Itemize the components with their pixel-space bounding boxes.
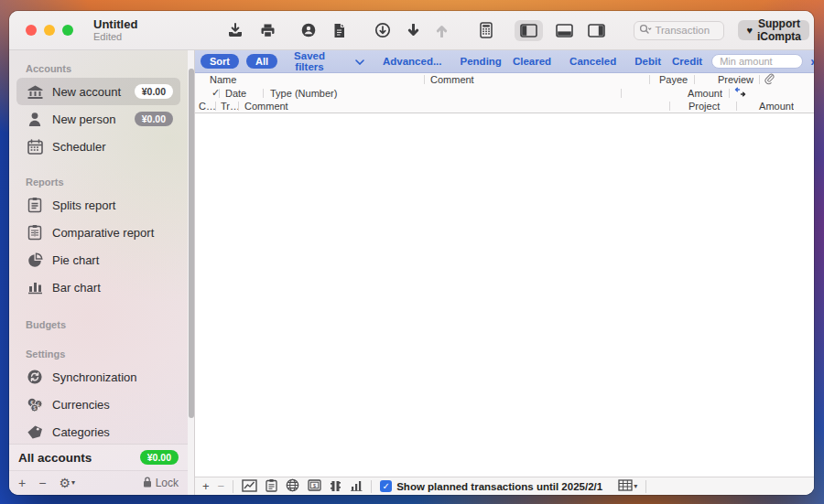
print-button[interactable] [258, 21, 277, 40]
sidebar-scrollbar[interactable] [188, 50, 195, 495]
graph-view-button[interactable] [242, 479, 257, 494]
filter-bar: Sort All Saved filters Advanced... Pendi… [195, 50, 814, 73]
column-header-amount2[interactable]: Amount [737, 101, 794, 112]
search-field[interactable] [634, 21, 724, 40]
add-account-button[interactable]: + [18, 477, 26, 489]
person-icon [26, 112, 44, 127]
zoom-window-button[interactable] [62, 25, 73, 36]
all-accounts-row[interactable]: All accounts ¥0.00 [9, 444, 188, 470]
sidebar-item-comparative-report[interactable]: Comparative report [16, 219, 180, 246]
min-amount-input[interactable] [711, 54, 803, 69]
window-title: Untitled [93, 18, 137, 31]
column-header-payee[interactable]: Payee [650, 74, 694, 85]
pending-filter-button[interactable]: Pending [459, 56, 504, 67]
saved-filters-dropdown[interactable]: Saved filters [292, 50, 366, 72]
credit-filter-button[interactable]: Credit [670, 56, 704, 67]
table-columns-dropdown[interactable]: ▾ [618, 479, 637, 493]
column-header-date[interactable]: Date [220, 88, 263, 99]
cleared-filter-button[interactable]: Cleared [511, 56, 553, 67]
toggle-bottom-panel-button[interactable] [554, 22, 575, 39]
column-header-name[interactable]: Name [195, 74, 424, 85]
stats-view-button[interactable] [350, 479, 363, 493]
heart-icon: ♥ [746, 25, 753, 36]
sidebar-item-label: Scheduler [52, 140, 173, 154]
column-header-check[interactable]: ✓ [195, 87, 219, 99]
more-filters-button[interactable]: » [810, 54, 814, 69]
column-header-project[interactable]: Project [670, 101, 725, 112]
bar-chart-icon [26, 280, 44, 295]
chart-line-icon [242, 479, 257, 494]
search-icon [639, 22, 652, 38]
column-header-comment[interactable]: Comment [425, 74, 649, 85]
sidebar-item-synchronization[interactable]: Synchronization [16, 363, 180, 391]
desktop-wallpaper: Untitled Edited [0, 0, 824, 504]
sidebar-item-label: New account [52, 85, 126, 99]
lock-label: Lock [156, 477, 179, 489]
transaction-list[interactable] [195, 113, 814, 477]
report-view-button[interactable] [266, 478, 277, 494]
column-header-comment2[interactable]: Comment [239, 101, 669, 112]
sidebar-item-scheduler[interactable]: Scheduler [16, 133, 180, 160]
chevron-down-icon: ▾ [634, 483, 637, 490]
sidebar-item-label: Splits report [52, 198, 173, 212]
chevron-down-icon [355, 56, 364, 67]
column-header-preview[interactable]: Preview [695, 74, 754, 85]
dual-bars-icon [330, 479, 342, 494]
divider [371, 480, 372, 493]
toggle-sidebar-panel-button[interactable] [515, 20, 543, 41]
sidebar-scrollbar-thumb[interactable] [189, 69, 194, 418]
sidebar-item-label: Currencies [52, 398, 173, 412]
sidebar-item-pie-chart[interactable]: Pie chart [16, 246, 180, 273]
sidebar-item-label: Categories [52, 425, 173, 439]
sidebar-item-bar-chart[interactable]: Bar chart [16, 273, 180, 301]
support-icompta-button[interactable]: ♥ Support iCompta [738, 20, 809, 40]
toggle-right-panel-button[interactable] [586, 22, 607, 39]
column-header-c[interactable]: C… [195, 101, 215, 112]
sidebar-item-label: Synchronization [52, 370, 173, 384]
all-filter-button[interactable]: All [246, 54, 277, 69]
document-icon [332, 23, 346, 38]
debit-filter-button[interactable]: Debit [633, 56, 663, 67]
close-window-button[interactable] [26, 25, 37, 36]
lock-control[interactable]: Lock [143, 477, 179, 490]
calculator-button[interactable] [478, 20, 494, 40]
add-transaction-button[interactable]: + [202, 480, 210, 492]
banknote-view-button[interactable]: $ [308, 479, 321, 493]
panel-left-icon [520, 24, 537, 38]
sidebar-item-splits-report[interactable]: Splits report [16, 191, 180, 219]
canceled-filter-button[interactable]: Canceled [568, 56, 618, 67]
move-down-button[interactable] [406, 22, 421, 39]
coins-icon: €£$ [26, 397, 44, 413]
accounts-section-header: Accounts [16, 58, 180, 78]
search-input[interactable] [655, 25, 719, 36]
show-planned-checkbox[interactable]: ✓ Show planned transactions until 2025/2… [380, 480, 602, 492]
sidebar-item-new-account[interactable]: New account ¥0.00 [16, 78, 180, 105]
advanced-filter-button[interactable]: Advanced... [381, 56, 444, 67]
import-button[interactable] [225, 21, 245, 40]
table-grid-icon [618, 479, 633, 493]
payees-button[interactable] [298, 20, 319, 40]
remove-account-button[interactable]: − [38, 477, 46, 489]
remove-transaction-button[interactable]: − [218, 480, 225, 492]
compare-columns-button[interactable] [330, 479, 342, 494]
sidebar-item-categories[interactable]: Categories [16, 418, 180, 444]
reports-section-header: Reports [16, 171, 180, 191]
column-header-type-number[interactable]: Type (Number) [264, 88, 621, 99]
report-document-button[interactable] [331, 21, 348, 40]
all-accounts-label: All accounts [18, 451, 92, 465]
column-header-amount[interactable]: Amount [622, 88, 722, 99]
main-bottom-bar: + − $ ✓ Show planned transactions until … [195, 477, 814, 495]
sort-button[interactable]: Sort [201, 54, 239, 69]
column-header-tr[interactable]: Tr… [216, 101, 238, 112]
move-up-button[interactable] [434, 22, 450, 39]
action-gear-button[interactable]: ⚙▾ [59, 477, 75, 489]
bank-icon [26, 84, 44, 100]
minimize-window-button[interactable] [44, 25, 55, 36]
circle-download-button[interactable] [373, 20, 393, 40]
paperclip-icon [764, 73, 775, 87]
attachment-column-header[interactable] [760, 73, 775, 87]
sidebar-item-new-person[interactable]: New person ¥0.00 [16, 105, 180, 133]
web-view-button[interactable] [286, 478, 299, 494]
sidebar-item-currencies[interactable]: €£$ Currencies [16, 391, 180, 418]
transfer-column-header[interactable] [730, 87, 746, 99]
